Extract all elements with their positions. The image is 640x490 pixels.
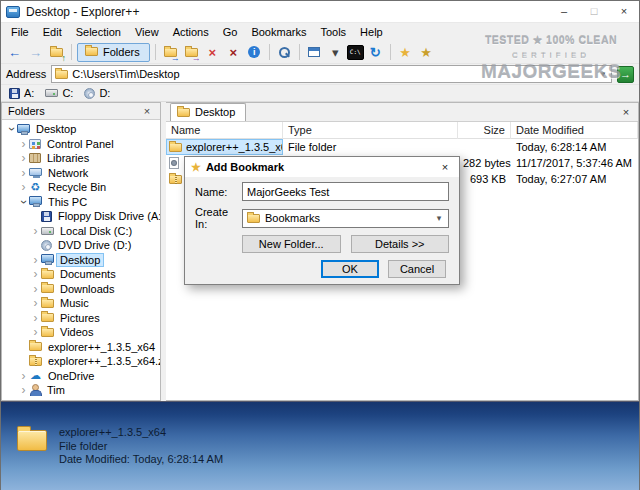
expander-icon[interactable]: › [30, 268, 41, 280]
expander-icon[interactable]: › [6, 124, 18, 135]
delete-icon[interactable]: × [203, 43, 222, 62]
delete-permanently-icon-glyph: × [229, 46, 237, 59]
tree-item-desktop[interactable]: ›Desktop [2, 253, 160, 268]
column-header-type[interactable]: Type [283, 122, 458, 139]
tab-desktop[interactable]: Desktop [170, 103, 246, 121]
menu-bookmarks[interactable]: Bookmarks [244, 24, 313, 40]
window-glyph [308, 47, 320, 57]
tree-item-explorer-1-3-5-x64-zip[interactable]: explorer++_1.3.5_x64.zip [2, 354, 160, 369]
expander-icon[interactable]: › [18, 181, 29, 193]
tab-dropdown-icon[interactable]: ▾ [326, 43, 345, 62]
expander-icon[interactable]: › [30, 326, 41, 338]
menu-file[interactable]: File [4, 24, 36, 40]
bookmark-icon: ★ [191, 161, 201, 174]
tree-item-desktop[interactable]: ›Desktop [2, 122, 160, 137]
column-header-date-modified[interactable]: Date Modified [511, 122, 638, 139]
tree-item-libraries[interactable]: ›Libraries [2, 151, 160, 166]
desktop-icon [17, 124, 30, 133]
expander-icon[interactable]: › [18, 138, 29, 150]
tree-item-dvd-drive-d[interactable]: DVD Drive (D:) [2, 238, 160, 253]
file-row-explorer-1-3-5-x64[interactable]: explorer++_1.3.5_x64File folderToday, 6:… [166, 139, 638, 155]
tree-item-music[interactable]: ›Music [2, 296, 160, 311]
menu-edit[interactable]: Edit [36, 24, 69, 40]
expander-icon[interactable]: › [30, 297, 41, 309]
command-prompt-icon[interactable]: C:\ [347, 45, 364, 60]
tree-item-control-panel[interactable]: ›Control Panel [2, 137, 160, 152]
drive-button-a[interactable]: A: [6, 86, 39, 100]
tree-item-network[interactable]: ›Network [2, 166, 160, 181]
address-dropdown-icon[interactable]: ▾ [596, 69, 610, 79]
tree-item-explorer-1-3-5-x64[interactable]: explorer++_1.3.5_x64 [2, 340, 160, 355]
bookmark-name-input[interactable] [242, 182, 449, 201]
add-bookmark-icon[interactable]: ★ [396, 43, 415, 62]
go-button[interactable]: → [617, 66, 634, 83]
expander-icon[interactable]: › [18, 384, 29, 396]
close-tab-button[interactable]: × [619, 106, 633, 118]
tree-item-videos[interactable]: ›Videos [2, 325, 160, 340]
column-header-name[interactable]: Name [166, 122, 283, 139]
folders-pane-close-icon[interactable]: × [140, 105, 154, 117]
back-icon[interactable]: ← [5, 43, 24, 62]
close-button[interactable]: × [609, 1, 639, 22]
expander-icon[interactable]: › [18, 152, 29, 164]
delete-permanently-icon[interactable]: × [224, 43, 243, 62]
menu-view[interactable]: View [128, 24, 166, 40]
organize-bookmarks-icon[interactable]: ★ [417, 43, 436, 62]
expander-icon[interactable]: › [18, 370, 29, 382]
drive-button-c[interactable]: C: [42, 86, 78, 100]
new-folder-button[interactable]: New Folder... [242, 235, 341, 253]
new-tab-icon[interactable] [305, 43, 324, 62]
create-in-select[interactable]: Bookmarks ▾ [242, 209, 449, 228]
tree-item-onedrive[interactable]: ›☁OneDrive [2, 369, 160, 384]
expander-icon[interactable]: › [30, 225, 41, 237]
menu-bar: FileEditSelectionViewActionsGoBookmarksT… [1, 23, 639, 41]
menu-selection[interactable]: Selection [69, 24, 128, 40]
tree-item-local-disk-c[interactable]: ›Local Disk (C:) [2, 224, 160, 239]
refresh-icon[interactable]: ↻ [366, 43, 385, 62]
search-icon[interactable] [275, 43, 294, 62]
downloads-icon [41, 284, 54, 293]
tree-item-documents[interactable]: ›Documents [2, 267, 160, 282]
details-button[interactable]: Details >> [351, 235, 450, 253]
tree-item-this-pc[interactable]: ›This PC [2, 195, 160, 210]
drive-bar: A:C:D: [1, 85, 639, 102]
up-one-level-icon[interactable]: ↑ [47, 43, 66, 62]
address-input[interactable]: C:\Users\Tim\Desktop ▾ [51, 65, 612, 83]
expander-icon[interactable]: › [30, 254, 41, 266]
properties-icon[interactable]: i [245, 43, 264, 62]
dialog-close-icon[interactable]: × [431, 161, 459, 173]
ok-button[interactable]: OK [321, 260, 379, 278]
column-header-size[interactable]: Size [458, 122, 511, 139]
menu-actions[interactable]: Actions [166, 24, 216, 40]
expander-icon[interactable]: › [30, 312, 41, 324]
display-item-name: explorer++_1.3.5_x64 [59, 426, 223, 440]
organize-bookmarks-icon-glyph: ★ [420, 46, 432, 59]
tree-item-label: OneDrive [45, 370, 97, 382]
delete-icon-glyph: × [208, 46, 216, 59]
expander-icon[interactable]: › [30, 283, 41, 295]
move-to-folder-icon[interactable]: → [182, 43, 201, 62]
copy-to-folder-icon[interactable]: → [161, 43, 180, 62]
tree-item-label: Libraries [44, 152, 92, 164]
file-modified: 11/17/2017, 5:37:46 AM [511, 157, 638, 169]
tree-item-downloads[interactable]: ›Downloads [2, 282, 160, 297]
drive-button-d[interactable]: D: [81, 86, 115, 100]
back-icon-glyph: ← [8, 46, 21, 59]
tree-item-tim[interactable]: ›Tim [2, 383, 160, 398]
folders-toggle-button[interactable]: Folders [77, 43, 150, 62]
maximize-button[interactable]: □ [579, 1, 609, 22]
tree-item-pictures[interactable]: ›Pictures [2, 311, 160, 326]
expander-icon[interactable]: › [18, 196, 30, 207]
minimize-button[interactable]: – [549, 1, 579, 22]
expander-icon[interactable]: › [18, 167, 29, 179]
forward-icon[interactable]: → [26, 43, 45, 62]
cancel-button[interactable]: Cancel [388, 260, 446, 278]
create-in-label: Create In: [195, 206, 242, 230]
menu-go[interactable]: Go [216, 24, 245, 40]
menu-tools[interactable]: Tools [313, 24, 353, 40]
tree-item-floppy-disk-drive-a[interactable]: Floppy Disk Drive (A:) [2, 209, 160, 224]
file-size: 693 KB [458, 173, 511, 185]
tree-item-recycle-bin[interactable]: ›♻Recycle Bin [2, 180, 160, 195]
menu-help[interactable]: Help [353, 24, 390, 40]
tree-item-label: Music [57, 297, 92, 309]
